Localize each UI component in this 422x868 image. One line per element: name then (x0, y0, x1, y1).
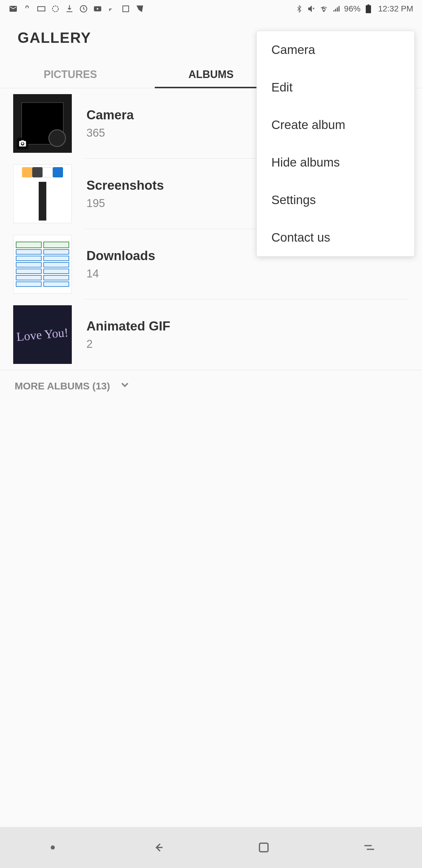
album-name: Downloads (87, 248, 155, 263)
album-thumb-screenshots (13, 164, 72, 223)
svg-rect-0 (38, 7, 45, 11)
bluetooth-icon (295, 4, 303, 13)
youtube-icon (93, 4, 102, 13)
status-right-icons: 96% 12:32 PM (295, 4, 413, 13)
menu-item-edit[interactable]: Edit (257, 69, 414, 106)
menu-item-create-album[interactable]: Create album (257, 106, 414, 144)
menu-item-settings[interactable]: Settings (257, 181, 414, 219)
chevron-down-icon (119, 379, 131, 393)
wifi-icon (319, 4, 328, 13)
more-albums-label: MORE ALBUMS (13) (15, 380, 110, 392)
app-icon (121, 4, 130, 13)
sync-icon (51, 4, 60, 13)
more-albums-button[interactable]: MORE ALBUMS (13) (0, 370, 422, 402)
svg-point-5 (323, 10, 324, 11)
nav-back-button[interactable] (150, 839, 167, 856)
menu-item-contact-us[interactable]: Contact us (257, 219, 414, 256)
signal-icon (332, 4, 340, 13)
album-info: Animated GIF 2 (87, 319, 170, 350)
battery-percent: 96% (344, 4, 360, 13)
nav-bar (0, 827, 422, 868)
overflow-menu: Camera Edit Create album Hide albums Set… (256, 31, 415, 256)
album-count: 195 (87, 197, 164, 210)
cast-icon (107, 4, 116, 13)
battery-icon (364, 4, 373, 13)
camera-badge-icon (17, 137, 28, 149)
svg-rect-4 (123, 6, 129, 12)
check-icon (135, 4, 144, 13)
notification-icon (37, 4, 46, 13)
svg-rect-6 (366, 5, 371, 13)
mute-icon (307, 4, 316, 13)
svg-rect-7 (367, 4, 369, 5)
album-count: 14 (87, 268, 155, 280)
menu-item-hide-albums[interactable]: Hide albums (257, 144, 414, 181)
clock-time: 12:32 PM (378, 4, 413, 13)
album-info: Screenshots 195 (87, 178, 164, 210)
touch-icon (23, 4, 32, 13)
clock-icon (79, 4, 88, 13)
gmail-icon (9, 4, 18, 13)
album-thumb-downloads (13, 235, 72, 293)
menu-item-camera[interactable]: Camera (257, 31, 414, 69)
nav-menu-button[interactable] (44, 839, 62, 856)
album-name: Animated GIF (87, 319, 170, 333)
album-name: Camera (87, 107, 134, 122)
status-left-icons (9, 4, 144, 13)
album-count: 2 (87, 338, 170, 350)
gif-text: Love You! (16, 326, 69, 343)
nav-recents-button[interactable] (360, 839, 378, 856)
svg-point-1 (53, 6, 58, 12)
svg-rect-8 (259, 843, 268, 851)
nav-home-button[interactable] (255, 839, 272, 856)
album-thumb-gif: Love You! (13, 305, 72, 364)
album-count: 365 (87, 127, 134, 139)
tab-pictures[interactable]: PICTURES (0, 61, 141, 88)
album-thumb-camera (13, 94, 72, 153)
album-info: Downloads 14 (87, 248, 155, 280)
album-name: Screenshots (87, 178, 164, 193)
album-item-gif[interactable]: Love You! Animated GIF 2 (0, 300, 422, 370)
album-info: Camera 365 (87, 107, 134, 139)
download-icon (65, 4, 74, 13)
status-bar: 96% 12:32 PM (0, 0, 422, 18)
